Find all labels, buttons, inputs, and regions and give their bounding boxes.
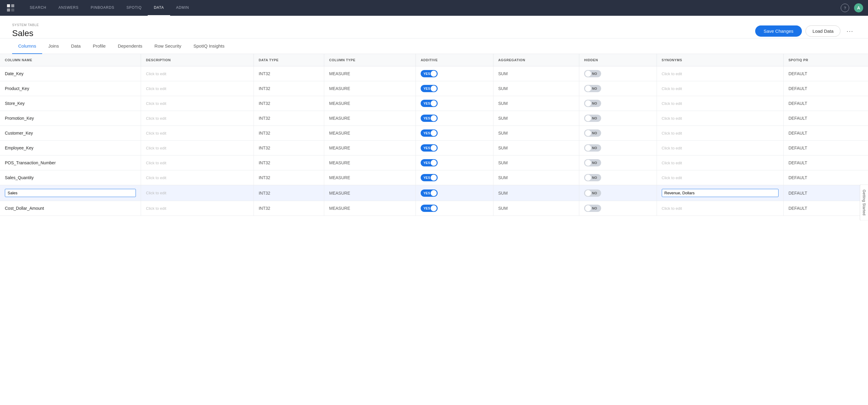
cell-additive[interactable]: YES (416, 185, 493, 201)
cell-hidden[interactable]: NO (579, 111, 657, 126)
logo[interactable] (5, 2, 17, 13)
additive-toggle[interactable]: YES (421, 100, 438, 107)
additive-toggle[interactable]: YES (421, 189, 438, 197)
hidden-toggle[interactable]: NO (584, 70, 601, 77)
cell-column-name[interactable]: Cost_Dollar_Amount (0, 201, 141, 216)
svg-rect-3 (7, 8, 10, 11)
cell-column-name[interactable]: Employee_Key (0, 141, 141, 156)
additive-toggle[interactable]: YES (421, 70, 438, 77)
cell-column-name[interactable]: Sales_Quantity (0, 170, 141, 185)
nav-spotiq[interactable]: SPOTIQ (120, 0, 148, 16)
cell-column-name[interactable]: Date_Key (0, 66, 141, 81)
cell-synonyms[interactable] (657, 185, 783, 201)
hidden-toggle[interactable]: NO (584, 115, 601, 122)
cell-column-name[interactable]: POS_Transaction_Number (0, 156, 141, 170)
nav-data[interactable]: DATA (148, 0, 170, 16)
cell-additive[interactable]: YES (416, 111, 493, 126)
save-changes-button[interactable]: Save Changes (755, 26, 802, 37)
additive-toggle[interactable]: YES (421, 174, 438, 181)
cell-column-type: MEASURE (324, 185, 416, 201)
nav-answers[interactable]: ANSWERS (53, 0, 85, 16)
tab-row-security[interactable]: Row Security (148, 38, 187, 54)
additive-toggle[interactable]: YES (421, 115, 438, 122)
cell-synonyms[interactable]: Click to edit (657, 141, 783, 156)
cell-column-name[interactable]: Customer_Key (0, 126, 141, 141)
cell-hidden[interactable]: NO (579, 81, 657, 96)
hidden-toggle[interactable]: NO (584, 100, 601, 107)
col-header-additive: ADDITIVE (416, 54, 493, 66)
cell-description[interactable]: Click to edit (141, 126, 254, 141)
cell-additive[interactable]: YES (416, 81, 493, 96)
more-options-button[interactable]: ··· (844, 26, 856, 36)
nav-search[interactable]: SEARCH (24, 0, 53, 16)
cell-synonyms[interactable]: Click to edit (657, 66, 783, 81)
cell-description[interactable]: Click to edit (141, 81, 254, 96)
cell-column-name[interactable]: Promotion_Key (0, 111, 141, 126)
cell-additive[interactable]: YES (416, 156, 493, 170)
cell-additive[interactable]: YES (416, 126, 493, 141)
cell-hidden[interactable]: NO (579, 66, 657, 81)
hidden-toggle[interactable]: NO (584, 129, 601, 137)
cell-synonyms[interactable]: Click to edit (657, 156, 783, 170)
cell-description[interactable]: Click to edit (141, 111, 254, 126)
getting-started-sidebar[interactable]: Getting Started (860, 184, 868, 220)
nav-pinboards[interactable]: PINBOARDS (85, 0, 120, 16)
cell-synonyms[interactable]: Click to edit (657, 81, 783, 96)
toggle-label-no: NO (592, 101, 597, 105)
cell-description[interactable]: Click to edit (141, 201, 254, 216)
cell-description[interactable]: Click to edit (141, 156, 254, 170)
cell-hidden[interactable]: NO (579, 126, 657, 141)
toggle-knob (431, 205, 437, 211)
cell-additive[interactable]: YES (416, 66, 493, 81)
cell-synonyms[interactable]: Click to edit (657, 201, 783, 216)
tab-spotiq-insights[interactable]: SpotIQ Insights (187, 38, 231, 54)
toggle-knob (585, 205, 591, 211)
help-button[interactable]: ? (841, 4, 849, 12)
cell-synonyms[interactable]: Click to edit (657, 170, 783, 185)
cell-synonyms[interactable]: Click to edit (657, 96, 783, 111)
nav-admin[interactable]: ADMIN (170, 0, 195, 16)
additive-toggle[interactable]: YES (421, 159, 438, 166)
cell-description[interactable]: Click to edit (141, 96, 254, 111)
cell-description[interactable]: Click to edit (141, 185, 254, 201)
hidden-toggle[interactable]: NO (584, 85, 601, 92)
toggle-label-yes: YES (423, 116, 430, 120)
avatar[interactable]: A (854, 3, 863, 12)
tab-data[interactable]: Data (65, 38, 87, 54)
cell-hidden[interactable]: NO (579, 170, 657, 185)
tab-joins[interactable]: Joins (42, 38, 65, 54)
cell-synonyms[interactable]: Click to edit (657, 111, 783, 126)
cell-synonyms[interactable]: Click to edit (657, 126, 783, 141)
additive-toggle[interactable]: YES (421, 85, 438, 92)
cell-hidden[interactable]: NO (579, 185, 657, 201)
cell-additive[interactable]: YES (416, 170, 493, 185)
cell-additive[interactable]: YES (416, 96, 493, 111)
hidden-toggle[interactable]: NO (584, 159, 601, 166)
hidden-toggle[interactable]: NO (584, 144, 601, 152)
hidden-toggle[interactable]: NO (584, 189, 601, 197)
cell-description[interactable]: Click to edit (141, 66, 254, 81)
cell-hidden[interactable]: NO (579, 96, 657, 111)
tab-columns[interactable]: Columns (12, 38, 42, 54)
load-data-button[interactable]: Load Data (806, 26, 840, 37)
cell-description[interactable]: Click to edit (141, 141, 254, 156)
cell-hidden[interactable]: NO (579, 156, 657, 170)
cell-column-name[interactable]: Product_Key (0, 81, 141, 96)
tab-profile[interactable]: Profile (87, 38, 112, 54)
additive-toggle[interactable]: YES (421, 129, 438, 137)
cell-description[interactable]: Click to edit (141, 170, 254, 185)
column-name-input[interactable] (5, 189, 136, 197)
hidden-toggle[interactable]: NO (584, 205, 601, 212)
cell-column-name[interactable] (0, 185, 141, 201)
toggle-label-yes: YES (423, 191, 430, 195)
additive-toggle[interactable]: YES (421, 144, 438, 152)
cell-column-name[interactable]: Store_Key (0, 96, 141, 111)
tab-dependents[interactable]: Dependents (112, 38, 148, 54)
additive-toggle[interactable]: YES (421, 205, 438, 212)
synonyms-input[interactable] (662, 189, 778, 197)
hidden-toggle[interactable]: NO (584, 174, 601, 181)
cell-hidden[interactable]: NO (579, 201, 657, 216)
cell-additive[interactable]: YES (416, 141, 493, 156)
cell-hidden[interactable]: NO (579, 141, 657, 156)
cell-additive[interactable]: YES (416, 201, 493, 216)
